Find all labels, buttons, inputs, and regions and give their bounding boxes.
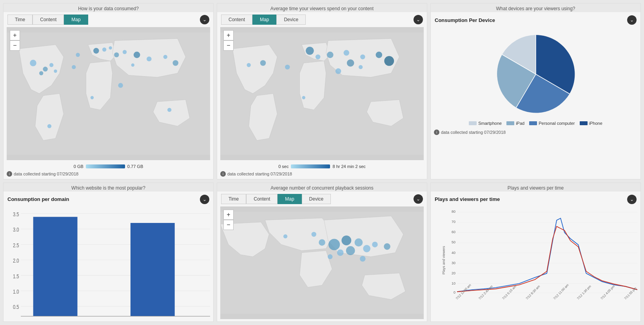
data-consumption-dropdown[interactable]: ⌄ [200,15,209,24]
svg-point-19 [47,124,51,128]
legend-max-1: 0.77 GB [127,164,143,169]
svg-point-4 [54,69,57,73]
legend-min-1: 0 GB [74,164,83,169]
world-map-2 [220,27,424,160]
info-icon-1: i [7,171,12,177]
avg-time-map: + − [220,27,424,160]
tab-map-3[interactable]: Map [278,194,301,204]
world-map-1 [7,27,210,160]
tab-device-3[interactable]: Device [302,194,331,204]
legend-gradient-2 [291,164,330,168]
map-controls-1: + − [10,30,20,51]
svg-text:70: 70 [452,220,455,224]
svg-point-35 [336,68,341,74]
zoom-out-3[interactable]: − [223,220,234,230]
tab-content-3[interactable]: Content [246,194,278,204]
svg-point-6 [76,53,80,57]
svg-point-10 [114,53,119,57]
consumption-device-inner: Consumption Per Device ⌄ [431,12,640,179]
viewers-line [457,226,637,292]
tab-map[interactable]: Map [64,15,88,25]
zoom-out-1[interactable]: − [10,40,20,51]
tab-map-2[interactable]: Map [252,15,276,25]
legend-pc: Personal computer [529,121,575,126]
plays-line [457,218,637,292]
zoom-in-2[interactable]: + [223,30,234,40]
svg-point-70 [312,232,316,236]
zoom-out-2[interactable]: − [223,40,234,51]
consumption-domain-header: Which website is the most popular? [4,183,213,192]
svg-text:10: 10 [452,281,455,285]
svg-point-67 [384,243,390,250]
svg-text:1.0: 1.0 [13,288,19,295]
data-consumption-panel: How is your data consumed? Time Content … [3,3,214,179]
svg-point-7 [93,48,99,54]
bar-1 [33,217,78,316]
svg-point-25 [344,50,350,56]
svg-point-60 [341,236,351,245]
svg-point-34 [247,63,250,67]
svg-point-64 [337,249,344,256]
svg-text:2.0: 2.0 [13,257,19,264]
tab-time[interactable]: Time [7,15,33,25]
zoom-in-3[interactable]: + [223,210,234,220]
consumption-domain-dropdown[interactable]: ⌄ [200,195,209,204]
svg-point-59 [328,239,340,250]
svg-point-30 [316,55,320,59]
svg-text:7/11:55 pm: 7/11:55 pm [624,286,637,300]
svg-text:30: 30 [452,261,455,265]
data-consumption-tabs-row: Time Content Map ⌄ [4,12,213,25]
legend-min-2: 0 sec [278,164,288,169]
tab-content[interactable]: Content [33,15,64,25]
svg-point-17 [131,64,134,67]
bar-chart-container: 3.5 3.0 2.5 2.0 1.5 1.0 0.5 [4,206,213,321]
plays-viewers-panel: Plays and viewers per time Plays and vie… [430,183,641,322]
svg-point-62 [363,245,370,252]
svg-point-27 [376,51,383,58]
svg-text:0.5: 0.5 [13,304,19,310]
svg-point-18 [91,96,94,99]
svg-text:7/12 8:30 am: 7/12 8:30 am [525,284,541,300]
concurrent-sessions-panel: Average number of concurrent playback se… [217,183,427,322]
svg-point-3 [49,63,53,67]
svg-text:80: 80 [452,210,455,214]
legend-iphone: iPhone [580,121,602,126]
consumption-domain-title-bar: Consumption per domain ⌄ [4,192,213,206]
bar-chart-svg: 3.5 3.0 2.5 2.0 1.5 1.0 0.5 [7,208,210,318]
tab-time-3[interactable]: Time [221,194,246,204]
svg-point-23 [306,47,314,55]
avg-time-inner: Content Map Device ⌄ + − [217,12,427,179]
data-consumption-tabs: Time Content Map [7,15,88,25]
svg-point-68 [328,254,332,259]
svg-text:50: 50 [452,240,455,244]
avg-time-dropdown[interactable]: ⌄ [414,15,423,24]
concurrent-sessions-map: + − [220,206,424,319]
consumption-device-panel: What devices are your viewers using? Con… [430,3,641,179]
svg-point-15 [173,60,179,66]
tab-device-2[interactable]: Device [276,15,306,25]
map-controls-2: + − [223,30,234,51]
consumption-device-dropdown[interactable]: ⌄ [627,15,637,25]
plays-viewers-dropdown[interactable]: ⌄ [627,195,637,204]
svg-point-16 [72,65,76,69]
zoom-in-1[interactable]: + [10,30,20,40]
consumption-device-title-bar: Consumption Per Device ⌄ [431,12,640,27]
plays-viewers-inner: Plays and viewers per time ⌄ Plays and v… [431,192,640,321]
info-icon-3: i [434,130,439,135]
svg-point-12 [134,51,140,58]
line-chart-svg: 80 70 60 50 40 30 20 10 0 [448,208,637,302]
consumption-device-header: What devices are your viewers using? [431,4,640,12]
concurrent-sessions-tabs: Time Content Map Device [221,194,331,204]
data-consumption-header: How is your data consumed? [4,4,213,12]
legend-swatch-iphone [580,121,588,125]
legend-swatch-smartphone [469,121,477,125]
line-chart-container: Plays and viewers 80 70 60 50 40 30 20 1… [431,206,640,321]
svg-point-20 [118,83,123,88]
legend-bar-2: 0 sec 8 hr 24 min 2 sec [217,162,427,170]
svg-point-65 [372,241,378,247]
concurrent-sessions-tabs-row: Time Content Map Device ⌄ [217,192,427,204]
svg-point-2 [43,67,47,71]
concurrent-sessions-dropdown[interactable]: ⌄ [414,194,423,204]
tab-content-2[interactable]: Content [221,15,252,25]
svg-point-32 [285,65,290,69]
